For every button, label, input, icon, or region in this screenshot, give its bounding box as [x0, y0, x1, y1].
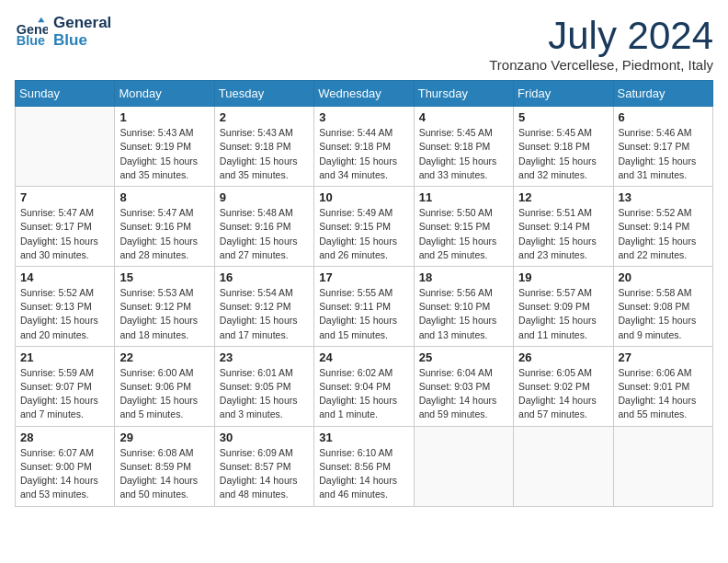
day-number: 30 — [220, 431, 309, 444]
calendar-cell: 21Sunrise: 5:59 AM Sunset: 9:07 PM Dayli… — [16, 346, 115, 426]
calendar-cell: 30Sunrise: 6:09 AM Sunset: 8:57 PM Dayli… — [214, 426, 313, 506]
calendar-cell: 28Sunrise: 6:07 AM Sunset: 9:00 PM Dayli… — [16, 426, 115, 506]
calendar-cell: 4Sunrise: 5:45 AM Sunset: 9:18 PM Daylig… — [414, 107, 513, 187]
day-number: 14 — [20, 270, 109, 284]
calendar-cell — [414, 426, 513, 506]
calendar-cell: 14Sunrise: 5:52 AM Sunset: 9:13 PM Dayli… — [16, 266, 115, 346]
calendar-cell — [613, 426, 712, 506]
calendar-cell: 15Sunrise: 5:53 AM Sunset: 9:12 PM Dayli… — [115, 266, 214, 346]
day-info: Sunrise: 5:43 AM Sunset: 9:19 PM Dayligh… — [119, 126, 209, 182]
day-info: Sunrise: 5:56 AM Sunset: 9:10 PM Dayligh… — [419, 286, 508, 342]
calendar-cell: 26Sunrise: 6:05 AM Sunset: 9:02 PM Dayli… — [514, 346, 613, 426]
day-number: 19 — [518, 270, 608, 284]
calendar-cell: 1Sunrise: 5:43 AM Sunset: 9:19 PM Daylig… — [115, 107, 214, 187]
day-number: 23 — [220, 350, 309, 364]
day-number: 27 — [619, 350, 708, 364]
calendar-cell: 5Sunrise: 5:45 AM Sunset: 9:18 PM Daylig… — [514, 107, 613, 187]
weekday-header: Tuesday — [214, 81, 313, 107]
logo-general: General — [53, 15, 111, 32]
weekday-header: Monday — [115, 81, 214, 107]
day-info: Sunrise: 5:46 AM Sunset: 9:17 PM Dayligh… — [619, 126, 708, 182]
day-number: 5 — [518, 110, 608, 124]
calendar-cell: 2Sunrise: 5:43 AM Sunset: 9:18 PM Daylig… — [214, 107, 313, 187]
calendar-cell: 29Sunrise: 6:08 AM Sunset: 8:59 PM Dayli… — [115, 426, 214, 506]
day-info: Sunrise: 5:45 AM Sunset: 9:18 PM Dayligh… — [419, 126, 508, 182]
day-info: Sunrise: 5:55 AM Sunset: 9:11 PM Dayligh… — [319, 286, 408, 342]
day-info: Sunrise: 5:43 AM Sunset: 9:18 PM Dayligh… — [220, 126, 309, 182]
day-number: 12 — [518, 190, 608, 204]
day-number: 31 — [319, 431, 408, 444]
calendar-cell: 24Sunrise: 6:02 AM Sunset: 9:04 PM Dayli… — [314, 346, 414, 426]
day-number: 17 — [319, 270, 408, 284]
day-info: Sunrise: 5:59 AM Sunset: 9:07 PM Dayligh… — [20, 366, 109, 422]
day-info: Sunrise: 5:49 AM Sunset: 9:15 PM Dayligh… — [319, 206, 408, 262]
day-info: Sunrise: 5:58 AM Sunset: 9:08 PM Dayligh… — [619, 286, 708, 342]
day-number: 26 — [518, 350, 608, 364]
day-info: Sunrise: 6:05 AM Sunset: 9:02 PM Dayligh… — [518, 366, 608, 422]
calendar-cell: 25Sunrise: 6:04 AM Sunset: 9:03 PM Dayli… — [414, 346, 513, 426]
calendar-table: SundayMondayTuesdayWednesdayThursdayFrid… — [15, 80, 713, 506]
day-number: 28 — [20, 431, 109, 444]
calendar-cell: 12Sunrise: 5:51 AM Sunset: 9:14 PM Dayli… — [514, 187, 613, 267]
day-number: 20 — [619, 270, 708, 284]
calendar-cell: 11Sunrise: 5:50 AM Sunset: 9:15 PM Dayli… — [414, 187, 513, 267]
calendar-cell — [16, 107, 115, 187]
day-number: 3 — [319, 110, 408, 124]
calendar-cell — [514, 426, 613, 506]
day-info: Sunrise: 6:09 AM Sunset: 8:57 PM Dayligh… — [220, 446, 309, 502]
svg-marker-2 — [38, 17, 44, 21]
day-number: 15 — [119, 270, 209, 284]
page-header: General Blue General Blue July 2024 Tron… — [15, 15, 713, 73]
logo-blue: Blue — [53, 32, 111, 50]
calendar-week-row: 14Sunrise: 5:52 AM Sunset: 9:13 PM Dayli… — [16, 266, 713, 346]
day-number: 10 — [319, 190, 408, 204]
day-info: Sunrise: 6:07 AM Sunset: 9:00 PM Dayligh… — [20, 446, 109, 502]
day-number: 21 — [20, 350, 109, 364]
day-info: Sunrise: 6:00 AM Sunset: 9:06 PM Dayligh… — [119, 366, 209, 422]
logo: General Blue General Blue — [15, 15, 111, 49]
calendar-cell: 7Sunrise: 5:47 AM Sunset: 9:17 PM Daylig… — [16, 187, 115, 267]
weekday-header-row: SundayMondayTuesdayWednesdayThursdayFrid… — [16, 81, 713, 107]
calendar-cell: 6Sunrise: 5:46 AM Sunset: 9:17 PM Daylig… — [613, 107, 712, 187]
day-info: Sunrise: 5:50 AM Sunset: 9:15 PM Dayligh… — [419, 206, 508, 262]
day-info: Sunrise: 5:45 AM Sunset: 9:18 PM Dayligh… — [518, 126, 608, 182]
calendar-cell: 31Sunrise: 6:10 AM Sunset: 8:56 PM Dayli… — [314, 426, 414, 506]
logo-icon: General Blue — [15, 16, 48, 49]
calendar-cell: 19Sunrise: 5:57 AM Sunset: 9:09 PM Dayli… — [514, 266, 613, 346]
day-number: 18 — [419, 270, 508, 284]
day-info: Sunrise: 5:52 AM Sunset: 9:13 PM Dayligh… — [20, 286, 109, 342]
weekday-header: Thursday — [414, 81, 513, 107]
day-info: Sunrise: 5:53 AM Sunset: 9:12 PM Dayligh… — [119, 286, 209, 342]
day-number: 13 — [619, 190, 708, 204]
calendar-week-row: 28Sunrise: 6:07 AM Sunset: 9:00 PM Dayli… — [16, 426, 713, 506]
calendar-cell: 16Sunrise: 5:54 AM Sunset: 9:12 PM Dayli… — [214, 266, 313, 346]
day-number: 11 — [419, 190, 508, 204]
day-number: 9 — [220, 190, 309, 204]
day-info: Sunrise: 6:08 AM Sunset: 8:59 PM Dayligh… — [119, 446, 209, 502]
day-number: 25 — [419, 350, 508, 364]
day-info: Sunrise: 5:48 AM Sunset: 9:16 PM Dayligh… — [220, 206, 309, 262]
day-info: Sunrise: 6:02 AM Sunset: 9:04 PM Dayligh… — [319, 366, 408, 422]
day-info: Sunrise: 5:47 AM Sunset: 9:16 PM Dayligh… — [119, 206, 209, 262]
day-info: Sunrise: 6:06 AM Sunset: 9:01 PM Dayligh… — [619, 366, 708, 422]
calendar-cell: 10Sunrise: 5:49 AM Sunset: 9:15 PM Dayli… — [314, 187, 414, 267]
day-info: Sunrise: 6:01 AM Sunset: 9:05 PM Dayligh… — [220, 366, 309, 422]
day-number: 24 — [319, 350, 408, 364]
calendar-cell: 27Sunrise: 6:06 AM Sunset: 9:01 PM Dayli… — [613, 346, 712, 426]
calendar-week-row: 7Sunrise: 5:47 AM Sunset: 9:17 PM Daylig… — [16, 187, 713, 267]
day-info: Sunrise: 5:47 AM Sunset: 9:17 PM Dayligh… — [20, 206, 109, 262]
day-info: Sunrise: 5:52 AM Sunset: 9:14 PM Dayligh… — [619, 206, 708, 262]
weekday-header: Sunday — [16, 81, 115, 107]
day-info: Sunrise: 6:04 AM Sunset: 9:03 PM Dayligh… — [419, 366, 508, 422]
calendar-week-row: 1Sunrise: 5:43 AM Sunset: 9:19 PM Daylig… — [16, 107, 713, 187]
calendar-cell: 8Sunrise: 5:47 AM Sunset: 9:16 PM Daylig… — [115, 187, 214, 267]
title-block: July 2024 Tronzano Vercellese, Piedmont,… — [489, 15, 713, 73]
month-title: July 2024 — [489, 15, 713, 57]
calendar-cell: 23Sunrise: 6:01 AM Sunset: 9:05 PM Dayli… — [214, 346, 313, 426]
day-number: 8 — [119, 190, 209, 204]
calendar-cell: 13Sunrise: 5:52 AM Sunset: 9:14 PM Dayli… — [613, 187, 712, 267]
calendar-cell: 3Sunrise: 5:44 AM Sunset: 9:18 PM Daylig… — [314, 107, 414, 187]
calendar-cell: 22Sunrise: 6:00 AM Sunset: 9:06 PM Dayli… — [115, 346, 214, 426]
location: Tronzano Vercellese, Piedmont, Italy — [489, 57, 713, 73]
day-number: 1 — [119, 110, 209, 124]
